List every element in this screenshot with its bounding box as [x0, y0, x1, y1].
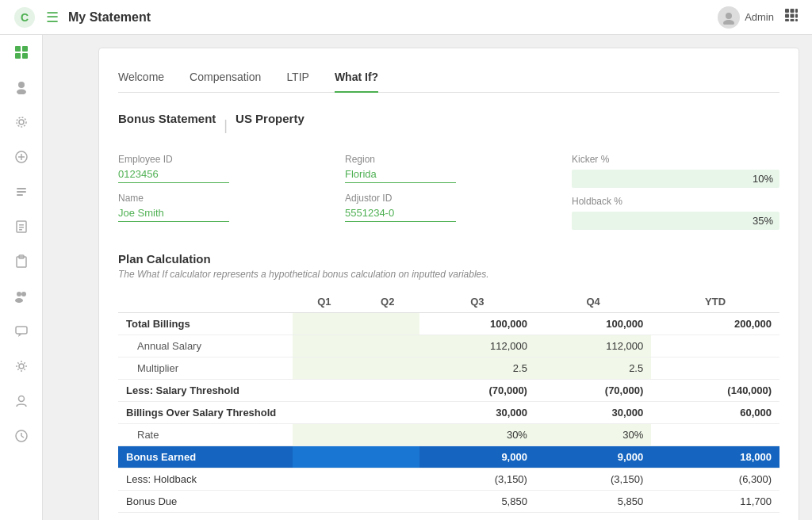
sidebar-item-settings[interactable] [0, 105, 43, 140]
svg-rect-16 [22, 46, 28, 52]
sidebar-item-clipboard[interactable] [0, 244, 43, 279]
row-q3: 100,000 [419, 313, 535, 335]
section-title: Bonus Statement [118, 112, 216, 125]
tab-bar: Welcome Compensation LTIP What If? [118, 64, 779, 93]
row-q2[interactable] [356, 313, 419, 335]
sidebar-item-user2[interactable] [0, 384, 43, 419]
svg-point-3 [723, 20, 734, 25]
field-group-col3: Kicker % 10% Holdback % 35% [572, 154, 779, 230]
adjustor-id-input[interactable] [345, 207, 456, 222]
row-ytd [651, 335, 779, 358]
row-ytd: (140,000) [651, 380, 779, 402]
hamburger-icon[interactable]: ☰ [46, 9, 59, 26]
row-q3[interactable]: 2.5 [419, 358, 535, 380]
row-q2[interactable] [356, 424, 419, 446]
svg-rect-32 [19, 229, 22, 231]
table-row: Billings Over Salary Threshold 30,000 30… [118, 402, 779, 424]
adjustor-id-field: Adjustor ID [345, 193, 553, 222]
svg-point-39 [19, 364, 24, 369]
grid-icon[interactable] [783, 7, 799, 27]
row-label: Total Billings [118, 313, 293, 335]
sidebar-item-person[interactable] [0, 70, 43, 105]
svg-rect-9 [795, 14, 798, 18]
holdback-label: Holdback % [572, 196, 779, 207]
row-q4[interactable]: 2.5 [535, 358, 651, 380]
name-label: Name [118, 193, 326, 204]
row-q2[interactable] [356, 335, 419, 358]
row-q4: 9,000 [535, 446, 651, 468]
row-q4[interactable]: 112,000 [535, 335, 651, 358]
sidebar-item-config[interactable] [0, 349, 43, 384]
col-header-q2: Q2 [356, 291, 419, 313]
svg-rect-7 [785, 14, 789, 18]
sidebar-item-time[interactable] [0, 419, 43, 453]
plan-section: Plan Calculation The What If calculator … [118, 252, 779, 513]
topbar-logo: C [13, 6, 36, 29]
row-q1[interactable] [293, 358, 356, 380]
row-q3: 5,850 [419, 491, 535, 513]
col-header-ytd: YTD [651, 291, 779, 313]
sidebar-item-chat[interactable] [0, 314, 43, 349]
row-q1[interactable] [293, 335, 356, 358]
sidebar-item-users[interactable] [0, 279, 43, 314]
svg-line-43 [21, 436, 24, 438]
region-input[interactable] [345, 168, 456, 183]
holdback-value: 35% [572, 212, 779, 230]
table-row: Less: Salary Threshold (70,000) (70,000)… [118, 380, 779, 402]
svg-point-37 [15, 298, 23, 303]
svg-rect-38 [16, 327, 27, 334]
table-row: Less: Holdback (3,150) (3,150) (6,300) [118, 468, 779, 491]
table-row: Total Billings 100,000 100,000 200,000 [118, 313, 779, 335]
row-q2[interactable] [356, 358, 419, 380]
tab-compensation[interactable]: Compensation [190, 64, 261, 93]
name-input[interactable] [118, 207, 229, 222]
sidebar-item-add[interactable] [0, 140, 43, 174]
row-q3[interactable]: 112,000 [419, 335, 535, 358]
row-q1 [293, 402, 356, 424]
row-q2 [356, 446, 419, 468]
row-ytd: 18,000 [651, 446, 779, 468]
user-info[interactable]: Admin [718, 6, 774, 29]
row-ytd [651, 424, 779, 446]
kicker-label: Kicker % [572, 154, 779, 165]
row-label: Bonus Earned [118, 446, 293, 468]
row-label: Multiplier [118, 358, 293, 380]
table-row: Multiplier 2.5 2.5 [118, 358, 779, 380]
holdback-field: Holdback % 35% [572, 196, 779, 230]
svg-point-35 [17, 292, 21, 296]
svg-rect-12 [795, 19, 798, 21]
row-ytd: (6,300) [651, 468, 779, 491]
plan-subtitle: The What If calculator represents a hypo… [118, 269, 779, 280]
employee-id-field: Employee ID [118, 154, 326, 183]
svg-point-36 [21, 292, 26, 296]
tab-whatif[interactable]: What If? [335, 64, 378, 93]
tab-ltip[interactable]: LTIP [286, 64, 309, 93]
row-q1 [293, 380, 356, 402]
col-header-q4: Q4 [535, 291, 651, 313]
sidebar: C [0, 0, 43, 520]
kicker-field: Kicker % 10% [572, 154, 779, 188]
sidebar-item-report[interactable] [0, 209, 43, 244]
row-q4: 100,000 [535, 313, 651, 335]
row-label: Billings Over Salary Threshold [118, 402, 293, 424]
employee-id-label: Employee ID [118, 154, 326, 165]
row-q3[interactable]: 30% [419, 424, 535, 446]
svg-rect-15 [15, 46, 21, 52]
employee-id-input[interactable] [118, 168, 229, 183]
row-q1[interactable] [293, 424, 356, 446]
row-label: Rate [118, 424, 293, 446]
row-q4[interactable]: 30% [535, 424, 651, 446]
sidebar-item-dashboard[interactable] [0, 35, 43, 70]
svg-rect-5 [791, 9, 795, 13]
row-q1[interactable] [293, 313, 356, 335]
svg-rect-10 [785, 19, 789, 21]
sidebar-item-list[interactable] [0, 174, 43, 209]
svg-point-20 [17, 90, 26, 95]
table-row: Bonus Due 5,850 5,850 11,700 [118, 491, 779, 513]
svg-rect-8 [791, 14, 795, 18]
user-name: Admin [745, 11, 774, 23]
tab-welcome[interactable]: Welcome [118, 64, 164, 93]
row-label: Less: Salary Threshold [118, 380, 293, 402]
svg-rect-4 [785, 9, 789, 13]
adjustor-id-label: Adjustor ID [345, 193, 553, 204]
